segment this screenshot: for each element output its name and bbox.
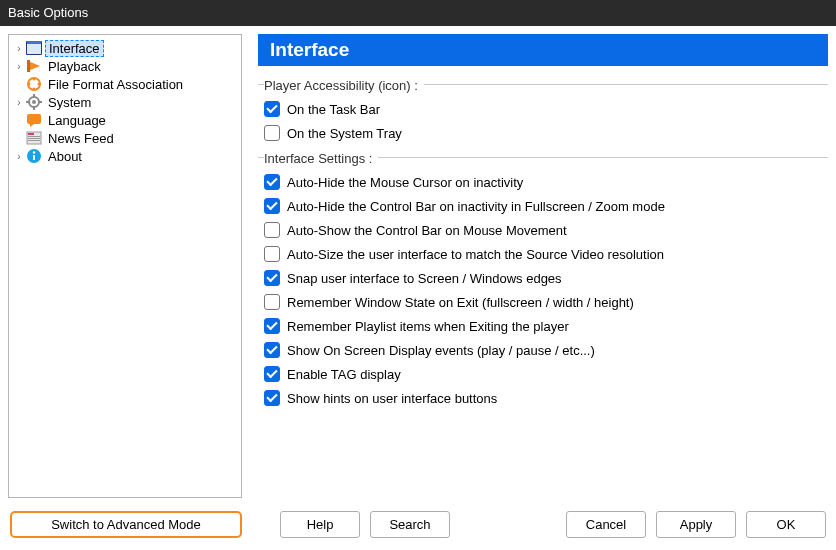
svg-rect-16 xyxy=(27,114,41,124)
option-label: Show hints on user interface buttons xyxy=(287,391,497,406)
svg-rect-4 xyxy=(27,60,30,72)
tree-leaf-icon: · xyxy=(13,136,25,141)
apply-button[interactable]: Apply xyxy=(656,511,736,538)
checkbox[interactable] xyxy=(264,222,280,238)
interface-icon xyxy=(25,40,43,56)
option-show-hints-on-user-interface-b[interactable]: Show hints on user interface buttons xyxy=(258,386,828,410)
svg-point-6 xyxy=(33,78,36,81)
svg-rect-20 xyxy=(28,138,40,139)
tree-leaf-icon: · xyxy=(13,118,25,123)
option-label: Auto-Hide the Mouse Cursor on inactivity xyxy=(287,175,523,190)
option-label: Enable TAG display xyxy=(287,367,401,382)
option-remember-playlist-items-when-e[interactable]: Remember Playlist items when Exiting the… xyxy=(258,314,828,338)
window-titlebar: Basic Options xyxy=(0,0,836,26)
sidebar-item-file-format-association[interactable]: ·File Format Association xyxy=(11,75,239,93)
expand-arrow-icon: › xyxy=(13,43,25,54)
page-heading: Interface xyxy=(258,34,828,66)
sidebar-item-interface[interactable]: ›Interface xyxy=(11,39,239,57)
option-auto-hide-the-mouse-cursor-on-[interactable]: Auto-Hide the Mouse Cursor on inactivity xyxy=(258,170,828,194)
svg-rect-1 xyxy=(27,44,41,54)
checkbox[interactable] xyxy=(264,270,280,286)
option-label: Show On Screen Display events (play / pa… xyxy=(287,343,595,358)
sidebar-item-label: Playback xyxy=(48,59,101,74)
about-icon xyxy=(25,148,43,164)
sidebar-item-label: About xyxy=(48,149,82,164)
svg-rect-23 xyxy=(33,155,35,160)
sidebar-item-label: Interface xyxy=(49,41,100,56)
option-label: Remember Playlist items when Exiting the… xyxy=(287,319,569,334)
checkbox[interactable] xyxy=(264,125,280,141)
sidebar-item-label: News Feed xyxy=(48,131,114,146)
search-button[interactable]: Search xyxy=(370,511,450,538)
sidebar-item-system[interactable]: ›System xyxy=(11,93,239,111)
option-label: Auto-Size the user interface to match th… xyxy=(287,247,664,262)
expand-arrow-icon: › xyxy=(13,61,25,72)
checkbox[interactable] xyxy=(264,174,280,190)
option-show-on-screen-display-events-[interactable]: Show On Screen Display events (play / pa… xyxy=(258,338,828,362)
main-panel: Interface Player Accessibility (icon) :O… xyxy=(258,34,828,498)
playback-icon xyxy=(25,58,43,74)
expand-arrow-icon: › xyxy=(13,97,25,108)
group-title: Interface Settings : xyxy=(264,151,378,166)
sidebar-item-label: System xyxy=(48,95,91,110)
option-on-the-task-bar[interactable]: On the Task Bar xyxy=(258,97,828,121)
option-label: Snap user interface to Screen / Windows … xyxy=(287,271,562,286)
checkbox[interactable] xyxy=(264,366,280,382)
sidebar-item-label: File Format Association xyxy=(48,77,183,92)
option-on-the-system-tray[interactable]: On the System Tray xyxy=(258,121,828,145)
svg-point-24 xyxy=(33,151,35,153)
svg-rect-21 xyxy=(28,140,40,141)
svg-point-11 xyxy=(32,100,36,104)
news-feed-icon xyxy=(25,130,43,146)
option-label: Auto-Hide the Control Bar on inactivity … xyxy=(287,199,665,214)
switch-advanced-button[interactable]: Switch to Advanced Mode xyxy=(10,511,242,538)
checkbox[interactable] xyxy=(264,342,280,358)
expand-arrow-icon: › xyxy=(13,151,25,162)
checkbox[interactable] xyxy=(264,101,280,117)
language-icon xyxy=(25,112,43,128)
svg-point-7 xyxy=(33,88,36,91)
svg-rect-18 xyxy=(28,133,34,135)
sidebar-item-label: Language xyxy=(48,113,106,128)
sidebar-item-news-feed[interactable]: ·News Feed xyxy=(11,129,239,147)
svg-point-8 xyxy=(28,83,31,86)
checkbox[interactable] xyxy=(264,198,280,214)
option-auto-size-the-user-interface-t[interactable]: Auto-Size the user interface to match th… xyxy=(258,242,828,266)
sidebar-item-language[interactable]: ·Language xyxy=(11,111,239,129)
checkbox[interactable] xyxy=(264,294,280,310)
cancel-button[interactable]: Cancel xyxy=(566,511,646,538)
option-snap-user-interface-to-screen-[interactable]: Snap user interface to Screen / Windows … xyxy=(258,266,828,290)
svg-point-9 xyxy=(38,83,41,86)
option-label: On the Task Bar xyxy=(287,102,380,117)
svg-rect-2 xyxy=(27,41,41,44)
option-label: On the System Tray xyxy=(287,126,402,141)
file-format-icon xyxy=(25,76,43,92)
option-label: Remember Window State on Exit (fullscree… xyxy=(287,295,634,310)
system-icon xyxy=(25,94,43,110)
option-label: Auto-Show the Control Bar on Mouse Movem… xyxy=(287,223,567,238)
svg-rect-19 xyxy=(28,136,40,137)
help-button[interactable]: Help xyxy=(280,511,360,538)
option-remember-window-state-on-exit-[interactable]: Remember Window State on Exit (fullscree… xyxy=(258,290,828,314)
option-auto-show-the-control-bar-on-m[interactable]: Auto-Show the Control Bar on Mouse Movem… xyxy=(258,218,828,242)
sidebar-item-about[interactable]: ›About xyxy=(11,147,239,165)
option-auto-hide-the-control-bar-on-i[interactable]: Auto-Hide the Control Bar on inactivity … xyxy=(258,194,828,218)
sidebar-item-playback[interactable]: ›Playback xyxy=(11,57,239,75)
window-title: Basic Options xyxy=(8,5,88,20)
ok-button[interactable]: OK xyxy=(746,511,826,538)
checkbox[interactable] xyxy=(264,390,280,406)
group-title: Player Accessibility (icon) : xyxy=(264,78,424,93)
button-bar: Switch to Advanced Mode Help Search Canc… xyxy=(0,498,836,550)
checkbox[interactable] xyxy=(264,246,280,262)
option-enable-tag-display[interactable]: Enable TAG display xyxy=(258,362,828,386)
checkbox[interactable] xyxy=(264,318,280,334)
tree-leaf-icon: · xyxy=(13,82,25,87)
options-tree: ›Interface›Playback·File Format Associat… xyxy=(8,34,242,498)
